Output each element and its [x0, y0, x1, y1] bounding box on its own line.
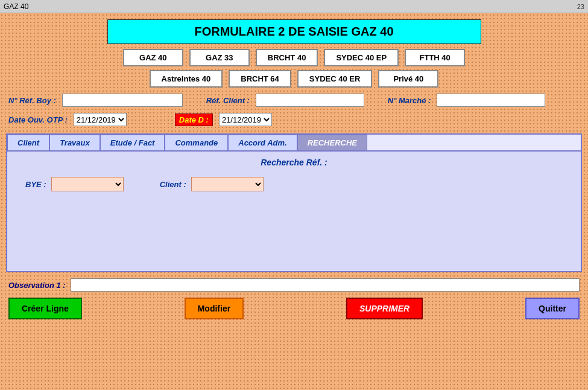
nav-sydec40er[interactable]: SYDEC 40 ER — [297, 70, 373, 88]
fields-row2: Date Ouv. OTP : 21/12/2019 Date D : 21/1… — [6, 113, 582, 126]
nav-gaz33[interactable]: GAZ 33 — [189, 49, 250, 66]
ref-boy-input[interactable] — [62, 94, 183, 107]
creer-ligne-button[interactable]: Créer Ligne — [8, 298, 82, 319]
nav-brcht40[interactable]: BRCHT 40 — [256, 49, 318, 66]
ref-client-label: Réf. Client : — [206, 96, 250, 105]
client-select[interactable] — [191, 177, 264, 191]
date-ouv-label: Date Ouv. OTP : — [8, 115, 68, 124]
nav-prive40[interactable]: Privé 40 — [378, 70, 438, 88]
form-title: FORMULAIRE 2 DE SAISIE GAZ 40 — [107, 19, 481, 44]
tab-commande[interactable]: Commande — [165, 135, 228, 150]
tab-accord[interactable]: Accord Adm. — [228, 135, 297, 150]
tabs-area: Client Travaux Etude / Fact Commande Acc… — [6, 133, 582, 272]
obs-input[interactable] — [71, 278, 580, 292]
quitter-button[interactable]: Quitter — [525, 298, 580, 319]
client-label: Client : — [160, 180, 186, 189]
fields-row1: N° Réf. Boy : Réf. Client : N° Marché : — [6, 94, 582, 107]
bye-label: BYE : — [25, 180, 46, 189]
no-marche-input[interactable] — [437, 94, 545, 107]
tab-content-recherche: Recherche Réf. : BYE : Client : — [7, 150, 581, 271]
tab-recherche[interactable]: RECHERCHE — [297, 135, 367, 150]
title-bar-text: GAZ 40 — [4, 2, 28, 11]
nav-gaz40[interactable]: GAZ 40 — [123, 49, 183, 66]
date-d-select[interactable]: 21/12/2019 — [219, 113, 272, 126]
bottom-buttons: Créer Ligne Modifier SUPPRIMER Quitter — [6, 298, 582, 319]
nav-row1: GAZ 40 GAZ 33 BRCHT 40 SYDEC 40 EP FTTH … — [6, 49, 582, 66]
ref-client-input[interactable] — [256, 94, 364, 107]
modifier-button[interactable]: Modifier — [185, 298, 244, 319]
tab-client[interactable]: Client — [7, 135, 49, 150]
nav-ftth40[interactable]: FTTH 40 — [405, 49, 465, 66]
bye-select[interactable] — [51, 177, 124, 191]
tab-etude[interactable]: Etude / Fact — [100, 135, 165, 150]
recherche-ref-title: Recherche Réf. : — [13, 158, 575, 167]
client-field: Client : — [160, 177, 264, 191]
date-ouv-select[interactable]: 21/12/2019 — [74, 113, 127, 126]
nav-sydec40ep[interactable]: SYDEC 40 EP — [324, 49, 399, 66]
tabs-header: Client Travaux Etude / Fact Commande Acc… — [7, 135, 581, 150]
no-marche-label: N° Marché : — [388, 96, 431, 105]
supprimer-button[interactable]: SUPPRIMER — [346, 298, 423, 319]
nav-row2: Astreintes 40 BRCHT 64 SYDEC 40 ER Privé… — [6, 70, 582, 88]
tab-travaux[interactable]: Travaux — [49, 135, 100, 150]
main-content: FORMULAIRE 2 DE SAISIE GAZ 40 GAZ 40 GAZ… — [0, 13, 588, 390]
date-d-label: Date D : — [175, 113, 213, 126]
nav-brcht64[interactable]: BRCHT 64 — [229, 70, 291, 88]
bye-field: BYE : — [25, 177, 124, 191]
title-bar: GAZ 40 23 — [0, 0, 588, 13]
obs-label: Observation 1 : — [8, 281, 66, 290]
obs-row: Observation 1 : — [6, 278, 582, 292]
nav-astreintes40[interactable]: Astreintes 40 — [150, 70, 223, 88]
ref-boy-label: N° Réf. Boy : — [8, 96, 56, 105]
close-icon[interactable]: 23 — [577, 3, 584, 10]
recherche-fields: BYE : Client : — [13, 177, 575, 191]
